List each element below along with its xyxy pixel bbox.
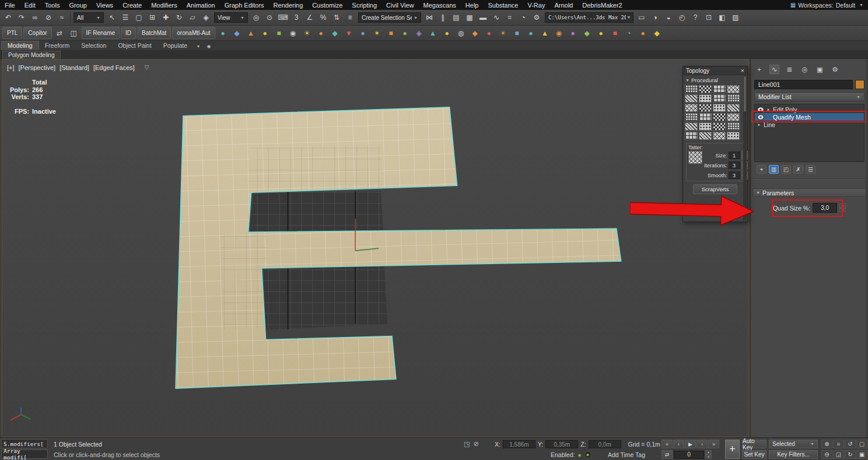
maximize-viewport-icon[interactable]: ▢: [856, 440, 867, 448]
expand-arrow-icon[interactable]: ▸: [757, 122, 761, 127]
reference-coordinate-dropdown[interactable]: View ▼: [214, 12, 248, 23]
topology-title-bar[interactable]: Topology ×: [683, 66, 747, 75]
align-icon[interactable]: ∥: [436, 12, 449, 24]
menu-item[interactable]: Create: [118, 1, 146, 9]
menu-item[interactable]: Modifiers: [146, 1, 182, 9]
teapot-icon[interactable]: ◉: [552, 27, 566, 39]
ribbon-tab[interactable]: Selection: [75, 41, 112, 50]
visibility-eye-icon[interactable]: [757, 114, 764, 120]
camera-icon[interactable]: ◉: [286, 27, 300, 39]
menu-item[interactable]: Help: [461, 1, 484, 9]
spinner-arrows[interactable]: ▴▾: [705, 450, 712, 459]
gem-icon[interactable]: ◈: [412, 27, 426, 39]
modifier-row-edit-poly[interactable]: ▸ Edit Poly: [755, 106, 864, 113]
remove-modifier-icon[interactable]: ✗: [793, 165, 803, 174]
modifier-list-dropdown[interactable]: Modifier List ▼: [754, 92, 864, 101]
visibility-eye-icon[interactable]: [757, 107, 764, 113]
parameters-rollout-header[interactable]: ▼ Parameters: [752, 188, 866, 197]
pin-stack-icon[interactable]: ⌖: [757, 165, 766, 174]
spinner-arrows[interactable]: ▴▾: [839, 203, 846, 212]
viewport[interactable]: [+][Perspective][Standard][Edged Faces] …: [2, 59, 749, 437]
material-ball-icon[interactable]: ◔: [622, 27, 636, 39]
viewport-label-segment[interactable]: [Edged Faces]: [93, 64, 135, 71]
make-unique-icon[interactable]: ◰: [781, 165, 791, 174]
procedural-section-header[interactable]: ▼ Procedural: [683, 75, 747, 84]
selection-filter-dropdown[interactable]: All ▼: [74, 12, 104, 23]
gem-icon[interactable]: ◆: [650, 27, 664, 39]
topology-pattern-thumb[interactable]: [727, 132, 740, 140]
topology-pattern-thumb[interactable]: [699, 122, 712, 131]
menu-item[interactable]: File: [0, 1, 20, 9]
topology-pattern-thumb[interactable]: [685, 104, 698, 112]
id-button[interactable]: ID: [121, 27, 136, 39]
menu-item[interactable]: Scripting: [347, 1, 382, 9]
modifier-row-line[interactable]: ▸ Line: [755, 121, 864, 128]
isolate-selection-icon[interactable]: ◳: [464, 440, 470, 448]
topology-scrollbar[interactable]: [743, 76, 747, 220]
viewport-label-segment[interactable]: [Perspective]: [19, 64, 56, 71]
select-by-name-icon[interactable]: ☰: [119, 12, 132, 24]
enabled-circle-icon[interactable]: ◉: [584, 451, 592, 458]
rectangular-selection-region-icon[interactable]: ▢: [132, 12, 145, 24]
help-icon[interactable]: ?: [689, 12, 702, 24]
axis-constraint-icon[interactable]: ◫: [67, 27, 80, 39]
select-and-place-icon[interactable]: ◈: [200, 12, 212, 24]
modifier-stack[interactable]: ▸ Edit Poly Quadify Mesh ▸ Line: [754, 104, 864, 162]
redo-icon[interactable]: ↷: [15, 12, 28, 24]
ribbon-cycle-icon[interactable]: ◉: [204, 42, 214, 50]
render-production-icon[interactable]: ◑: [649, 12, 662, 24]
create-selection-set-dropdown[interactable]: Create Selection Se ▼: [358, 12, 421, 23]
show-end-result-icon[interactable]: ▥: [769, 165, 779, 174]
teapot-icon[interactable]: ●: [636, 27, 650, 39]
corona-mtl-button[interactable]: oronaMtl-Aut: [172, 27, 215, 39]
topology-pattern-thumb[interactable]: [685, 85, 698, 93]
display-tab[interactable]: ▣: [815, 65, 825, 74]
topology-pattern-thumb[interactable]: [727, 122, 740, 131]
display-toggle-icon[interactable]: ◧: [716, 12, 729, 24]
maximize-toggle-icon[interactable]: ▣: [856, 450, 867, 459]
selection-lock-icon[interactable]: ⊘: [473, 440, 478, 448]
ribbon-minimize-icon[interactable]: ▾: [193, 42, 204, 50]
workspaces-selector[interactable]: ▦ Workspaces: Default ▼: [790, 2, 868, 9]
ptl-button[interactable]: PTL: [2, 27, 22, 39]
topology-pattern-thumb[interactable]: [713, 113, 726, 121]
ribbon-tab[interactable]: Freeform: [39, 41, 76, 50]
script-icon[interactable]: ■: [608, 27, 622, 39]
tab-polygon-modeling[interactable]: Polygon Modeling: [2, 51, 61, 59]
size-input[interactable]: 1: [729, 152, 740, 159]
material-icon[interactable]: ◆: [468, 27, 482, 39]
command-panel-scrollbar[interactable]: [866, 59, 868, 437]
menu-item[interactable]: DebrisMaker2: [578, 1, 626, 9]
menu-item[interactable]: Civil View: [382, 1, 418, 9]
set-key-button[interactable]: Set Key: [742, 450, 766, 459]
menu-item[interactable]: Animation: [182, 1, 220, 9]
go-to-end-icon[interactable]: »: [708, 440, 719, 448]
topology-pattern-thumb[interactable]: [727, 104, 740, 112]
close-icon[interactable]: ×: [741, 68, 744, 73]
add-time-tag[interactable]: Add Time Tag: [608, 451, 645, 458]
topology-pattern-thumb[interactable]: [699, 104, 712, 112]
scrapverts-button[interactable]: ScrapVerts: [693, 184, 737, 194]
auto-key-button[interactable]: Auto Key: [742, 440, 766, 448]
menu-item[interactable]: Substance: [483, 1, 523, 9]
keying-selection-dropdown[interactable]: Selected ▼: [769, 440, 818, 448]
modifier-row-quadify-mesh[interactable]: Quadify Mesh: [755, 113, 864, 121]
menu-item[interactable]: Megascans: [419, 1, 461, 9]
helper-icon[interactable]: ▲: [244, 27, 258, 39]
sphere-icon[interactable]: ●: [566, 27, 580, 39]
menu-item[interactable]: Edit: [20, 1, 40, 9]
sphere-icon[interactable]: ●: [356, 27, 370, 39]
topology-pattern-thumb[interactable]: [727, 85, 740, 93]
unlink-selection-icon[interactable]: ⊘: [42, 12, 55, 24]
schematic-view-icon[interactable]: ⌗: [503, 12, 516, 24]
viewport-label-segment[interactable]: [Standard]: [60, 64, 89, 71]
create-tab[interactable]: +: [754, 65, 764, 74]
configure-modifier-sets-icon[interactable]: ☰: [806, 165, 816, 174]
render-iterative-icon[interactable]: ◒: [662, 12, 675, 24]
script-icon[interactable]: ■: [272, 27, 286, 39]
isolate-icon[interactable]: ⊡: [702, 12, 715, 24]
scene-explorer-icon[interactable]: ▤: [450, 12, 463, 24]
hierarchy-tab[interactable]: ≣: [785, 65, 794, 74]
spinner-snap-icon[interactable]: ⇅: [330, 12, 343, 24]
keyboard-shortcut-override-icon[interactable]: ⌨: [276, 12, 289, 24]
